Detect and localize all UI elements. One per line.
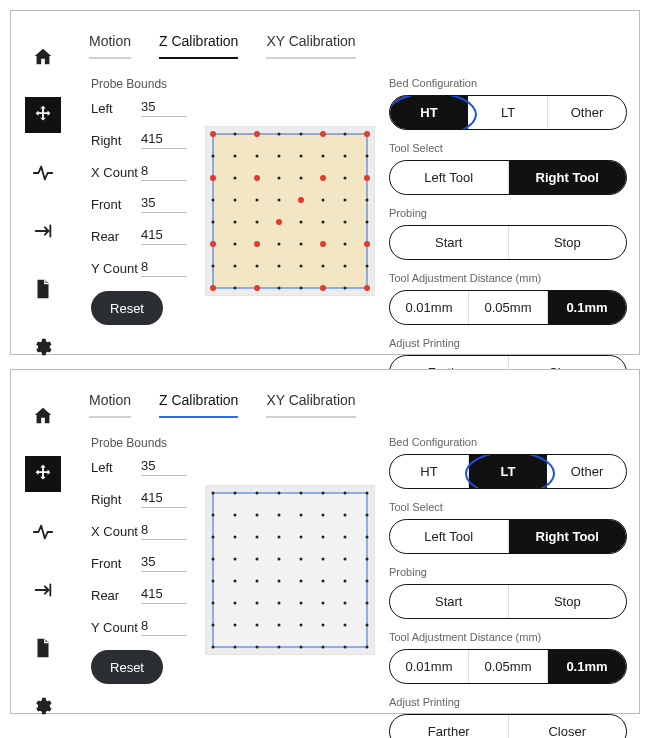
segment-tool-select: Left ToolRight Tool <box>389 160 627 195</box>
tab-z calibration[interactable]: Z Calibration <box>159 33 238 59</box>
segment-bed-configuration: HTLTOther <box>389 95 627 130</box>
segment-label: Tool Adjustment Distance (mm) <box>389 631 627 643</box>
segment-tool-adjustment-distance-mm-: 0.01mm0.05mm0.1mm <box>389 649 627 684</box>
segment-option[interactable]: HT <box>390 96 468 129</box>
bounds-label: Front <box>91 556 141 571</box>
probe-bounds: Probe BoundsLeft35Right415X Count8Front3… <box>91 436 201 684</box>
segment-option[interactable]: Stop <box>508 585 627 618</box>
svg-point-33 <box>298 197 304 203</box>
segment-option[interactable]: Farther <box>390 715 508 738</box>
sidebar-file-button[interactable] <box>25 271 61 307</box>
svg-point-30 <box>234 199 237 202</box>
sidebar-settings-button[interactable] <box>25 688 61 724</box>
svg-point-34 <box>322 199 325 202</box>
bounds-value-input[interactable]: 35 <box>141 195 187 213</box>
svg-point-86 <box>300 514 303 517</box>
segment-option[interactable]: 0.1mm <box>547 291 626 324</box>
bounds-label: Y Count <box>91 261 141 276</box>
reset-button[interactable]: Reset <box>91 291 163 325</box>
svg-point-108 <box>256 580 259 583</box>
bounds-row: X Count8 <box>91 522 201 540</box>
bounds-value-input[interactable]: 8 <box>141 163 187 181</box>
tab-motion[interactable]: Motion <box>89 392 131 418</box>
tab-xy calibration[interactable]: XY Calibration <box>266 392 355 418</box>
segment-option[interactable]: 0.05mm <box>468 291 547 324</box>
svg-point-94 <box>300 536 303 539</box>
svg-point-9 <box>300 133 303 136</box>
svg-point-99 <box>234 558 237 561</box>
svg-point-46 <box>234 243 237 246</box>
segment-option[interactable]: LT <box>468 455 547 488</box>
svg-point-62 <box>234 287 237 290</box>
svg-point-52 <box>364 241 370 247</box>
bounds-value-input[interactable]: 35 <box>141 99 187 117</box>
bounds-value-input[interactable]: 8 <box>141 259 187 277</box>
tab-xy calibration[interactable]: XY Calibration <box>266 33 355 59</box>
sidebar-home-button[interactable] <box>25 398 61 434</box>
segment-option[interactable]: 0.05mm <box>468 650 547 683</box>
tab-z calibration[interactable]: Z Calibration <box>159 392 238 418</box>
segment-option[interactable]: 0.01mm <box>390 291 468 324</box>
svg-point-119 <box>322 602 325 605</box>
bounds-row: Y Count8 <box>91 618 201 636</box>
sidebar-move-button[interactable] <box>25 97 61 133</box>
svg-point-88 <box>344 514 347 517</box>
svg-point-133 <box>278 646 281 649</box>
sidebar-move-button[interactable] <box>25 456 61 492</box>
svg-point-45 <box>210 241 216 247</box>
svg-point-107 <box>234 580 237 583</box>
segment-option[interactable]: Left Tool <box>390 520 508 553</box>
svg-point-79 <box>322 492 325 495</box>
segment-bed-configuration: HTLTOther <box>389 454 627 489</box>
reset-button[interactable]: Reset <box>91 650 163 684</box>
bounds-row: X Count8 <box>91 163 201 181</box>
segment-option[interactable]: HT <box>390 455 468 488</box>
segment-adjust-printing: FartherCloser <box>389 714 627 738</box>
svg-point-55 <box>256 265 259 268</box>
svg-point-58 <box>322 265 325 268</box>
segment-option[interactable]: Right Tool <box>508 520 627 553</box>
svg-point-137 <box>366 646 369 649</box>
svg-point-53 <box>212 265 215 268</box>
tab-motion[interactable]: Motion <box>89 33 131 59</box>
segment-option[interactable]: Other <box>547 455 626 488</box>
svg-point-90 <box>212 536 215 539</box>
segment-option[interactable]: Start <box>390 585 508 618</box>
segment-option[interactable]: 0.01mm <box>390 650 468 683</box>
sidebar-settings-button[interactable] <box>25 329 61 365</box>
bounds-value-input[interactable]: 35 <box>141 458 187 476</box>
right-column: Bed ConfigurationHTLTOtherTool SelectLef… <box>389 77 627 402</box>
bounds-value-input[interactable]: 35 <box>141 554 187 572</box>
svg-point-116 <box>256 602 259 605</box>
svg-point-12 <box>364 131 370 137</box>
svg-point-127 <box>322 624 325 627</box>
bounds-value-input[interactable]: 415 <box>141 131 187 149</box>
segment-option[interactable]: Start <box>390 226 508 259</box>
bounds-value-input[interactable]: 415 <box>141 227 187 245</box>
svg-point-85 <box>278 514 281 517</box>
bounds-value-input[interactable]: 415 <box>141 490 187 508</box>
bounds-label: Y Count <box>91 620 141 635</box>
segment-option[interactable]: Stop <box>508 226 627 259</box>
segment-option[interactable]: Other <box>547 96 626 129</box>
segment-option[interactable]: Left Tool <box>390 161 508 194</box>
segment-option[interactable]: LT <box>468 96 547 129</box>
svg-point-130 <box>212 646 215 649</box>
sidebar-home-button[interactable] <box>25 39 61 75</box>
sidebar-file-button[interactable] <box>25 630 61 666</box>
sidebar-align-right-button[interactable] <box>25 213 61 249</box>
segment-option[interactable]: 0.1mm <box>547 650 626 683</box>
segment-label: Probing <box>389 566 627 578</box>
segment-option[interactable]: Closer <box>508 715 627 738</box>
sidebar-align-right-button[interactable] <box>25 572 61 608</box>
sidebar-activity-button[interactable] <box>25 514 61 550</box>
svg-point-75 <box>234 492 237 495</box>
bounds-value-input[interactable]: 8 <box>141 522 187 540</box>
segment-option[interactable]: Right Tool <box>508 161 627 194</box>
bounds-value-input[interactable]: 415 <box>141 586 187 604</box>
svg-point-13 <box>212 155 215 158</box>
svg-point-14 <box>234 155 237 158</box>
svg-point-27 <box>344 177 347 180</box>
bounds-value-input[interactable]: 8 <box>141 618 187 636</box>
sidebar-activity-button[interactable] <box>25 155 61 191</box>
